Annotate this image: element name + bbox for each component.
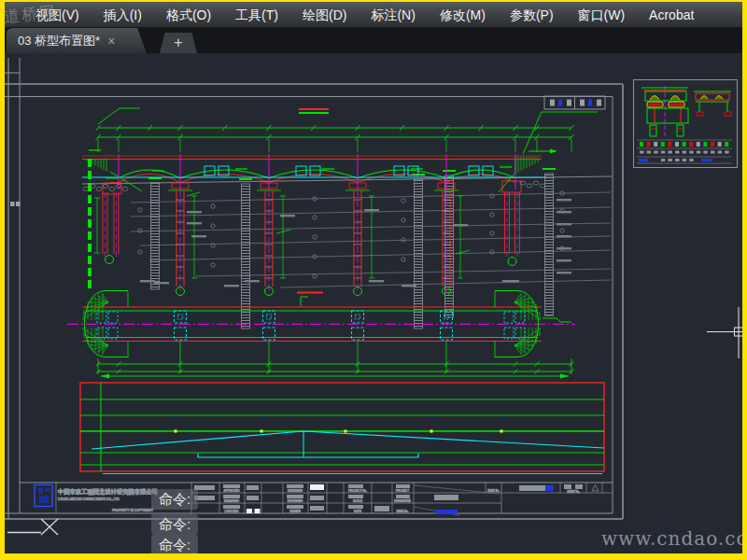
label-checked: CHECKED	[224, 510, 239, 513]
copyright-note: PROPERTY IN COPYRIGHT	[112, 509, 153, 512]
command-history-line: 命令:	[151, 489, 198, 510]
plan-view	[67, 291, 575, 372]
menu-draw[interactable]: 绘图(D)	[290, 3, 359, 27]
screenshot-border-bottom	[0, 553, 747, 560]
autocad-window: 视图(V) 插入(I) 格式(O) 工具(T) 绘图(D) 标注(N) 修改(M…	[0, 0, 747, 560]
tab-label: 03 桥型布置图*	[18, 33, 100, 49]
tab-bridge-layout[interactable]: 03 桥型布置图* ×	[7, 28, 147, 53]
north-triangle-icon	[592, 485, 599, 492]
label-examined: EXAMINED	[224, 499, 240, 503]
file-tab-bar: 03 桥型布置图* × +	[5, 27, 742, 53]
menu-insert[interactable]: 插入(I)	[92, 3, 154, 27]
label-designed: DESIGNED	[288, 489, 303, 493]
command-prompt[interactable]: 命令:	[151, 535, 198, 555]
screenshot-border-left	[0, 0, 5, 560]
company-name-cn: 中国市政工程西北设计研究院有限公司	[58, 488, 158, 496]
new-tab-button[interactable]: +	[160, 33, 197, 53]
title-block: 中国市政工程西北设计研究院有限公司 CSCEC AECOM CONSULTANT…	[20, 483, 613, 515]
menu-modify[interactable]: 修改(M)	[428, 3, 498, 27]
menu-window[interactable]: 窗口(W)	[566, 3, 638, 27]
ucs-icon	[7, 519, 58, 535]
command-history-line: 命令:	[151, 514, 198, 535]
screenshot-border-right	[742, 0, 747, 560]
cad-drawing: 中国市政工程西北设计研究院有限公司 CSCEC AECOM CONSULTANT…	[5, 53, 742, 553]
revision-legend-box	[544, 96, 605, 109]
label-index-no: INDEX No.	[487, 489, 500, 493]
site-watermark: www.cndao.com	[601, 527, 747, 550]
crosshair-cursor	[707, 307, 742, 358]
tab-close-icon[interactable]: ×	[107, 35, 124, 48]
label-scale: SCALE	[353, 499, 362, 503]
plan-details	[82, 293, 573, 374]
secondary-drawing-window[interactable]	[633, 79, 738, 168]
label-project: PROJECT	[396, 489, 410, 493]
elevation-view	[82, 96, 612, 194]
signature-redactions	[194, 484, 583, 514]
label-approved: APPROVED	[223, 489, 240, 493]
plus-icon: +	[174, 35, 182, 51]
label-project-no: PROJECT No.	[348, 489, 367, 493]
menu-dimension[interactable]: 标注(N)	[359, 3, 427, 27]
label-signature: SIGNATURE	[394, 499, 411, 503]
company-name-en: CSCEC AECOM CONSULTANTS CO., LTD	[58, 497, 120, 501]
label-sheet-no: SHEET No.	[567, 490, 580, 494]
menu-parametric[interactable]: 参数(P)	[498, 3, 566, 27]
profile-diagram	[80, 374, 604, 474]
screenshot-border-top	[0, 0, 747, 2]
cross-section-thumbnail	[634, 80, 735, 165]
label-date: DATE	[354, 510, 361, 513]
menu-bar: 视图(V) 插入(I) 格式(O) 工具(T) 绘图(D) 标注(N) 修改(M…	[5, 2, 742, 28]
menu-format[interactable]: 格式(O)	[154, 3, 223, 27]
menu-tools[interactable]: 工具(T)	[223, 3, 290, 27]
menu-acrobat[interactable]: Acrobat	[637, 3, 706, 27]
label-drawn: DRAWN	[289, 510, 301, 513]
label-dwg-no: DWG No.	[396, 510, 408, 513]
label-reviewed: REVIEWED	[288, 499, 303, 503]
drawing-viewport[interactable]: 中国市政工程西北设计研究院有限公司 CSCEC AECOM CONSULTANT…	[5, 53, 742, 553]
